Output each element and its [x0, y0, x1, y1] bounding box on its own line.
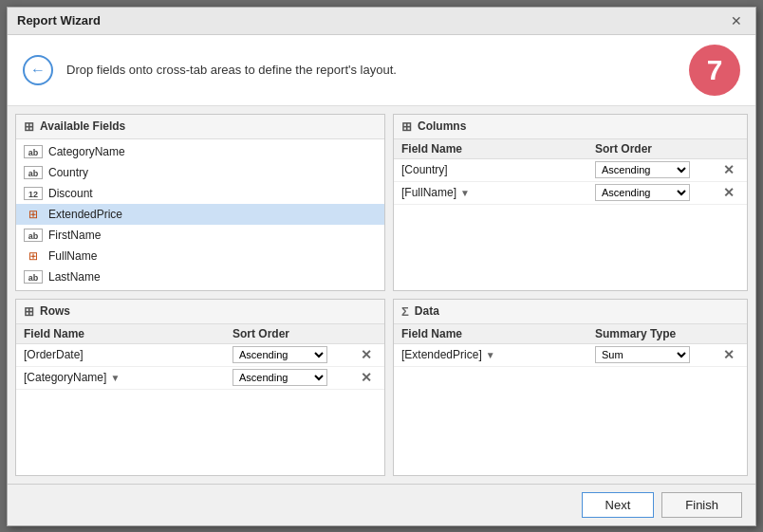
right-panel: ⊞ Columns Field Name Sort Order [Country…: [393, 114, 748, 476]
sort-order-select[interactable]: Ascending Descending: [233, 346, 327, 363]
available-fields-header: ⊞ Available Fields: [16, 115, 384, 139]
list-item[interactable]: ⊙ OrderDate: [16, 287, 384, 290]
close-button[interactable]: ✕: [727, 13, 746, 28]
row-field-name: [CategoryName] ▼: [24, 371, 233, 384]
available-fields-panel: ⊞ Available Fields ab CategoryName ab Co…: [15, 114, 385, 291]
list-item[interactable]: ⊞ FullName: [16, 246, 384, 266]
col-field-name: [FullName] ▼: [401, 186, 595, 199]
table-row: [Country] Ascending Descending ✕: [394, 159, 747, 182]
finish-button[interactable]: Finish: [661, 492, 742, 518]
dialog-title: Report Wizard: [17, 13, 101, 28]
report-wizard-dialog: Report Wizard ✕ ← Drop fields onto cross…: [7, 7, 756, 526]
field-name: ExtendedPrice: [48, 208, 122, 221]
data-panel-title: Data: [415, 304, 439, 318]
list-item[interactable]: ab CategoryName: [16, 141, 384, 162]
dropdown-caret-icon: ▼: [486, 350, 495, 360]
columns-col-sort-order: Sort Order: [595, 142, 718, 156]
data-summary-cell[interactable]: Sum Average Count Max Min: [595, 346, 718, 363]
rows-col-sort-order: Sort Order: [233, 327, 356, 340]
list-item[interactable]: ⊞ ExtendedPrice: [16, 204, 384, 225]
left-panel: ⊞ Available Fields ab CategoryName ab Co…: [15, 114, 385, 476]
columns-header: ⊞ Columns: [394, 115, 747, 139]
row-delete-cell[interactable]: ✕: [356, 371, 377, 385]
rows-title: Rows: [40, 304, 70, 318]
delete-col-button[interactable]: ✕: [723, 163, 735, 176]
sigma-icon: Σ: [401, 304, 409, 319]
table-row: [CategoryName] ▼ Ascending Descending ✕: [16, 367, 384, 390]
table-row: [OrderDate] Ascending Descending ✕: [16, 344, 384, 367]
content-area: ⊞ Available Fields ab CategoryName ab Co…: [8, 106, 755, 484]
available-fields-icon: ⊞: [24, 119, 34, 134]
list-item[interactable]: ab FirstName: [16, 225, 384, 246]
dropdown-caret-icon: ▼: [110, 373, 120, 383]
row-sort-cell[interactable]: Ascending Descending: [233, 346, 356, 363]
ab-icon: ab: [24, 229, 43, 242]
field-name: CategoryName: [48, 145, 125, 158]
delete-row-button[interactable]: ✕: [361, 348, 372, 361]
delete-data-button[interactable]: ✕: [723, 348, 735, 361]
col-delete-cell[interactable]: ✕: [718, 163, 739, 177]
table-row: [ExtendedPrice] ▼ Sum Average Count Max …: [394, 344, 747, 367]
data-col-summary-type: Summary Type: [595, 327, 718, 340]
rows-icon: ⊞: [24, 304, 34, 319]
list-item[interactable]: ab Country: [16, 162, 384, 183]
field-name: LastName: [48, 270, 101, 284]
step-badge: 7: [689, 45, 740, 96]
sort-order-select[interactable]: Ascending Descending: [595, 184, 690, 201]
sort-order-select[interactable]: Ascending Descending: [233, 369, 327, 386]
field-name: Discount: [48, 187, 93, 200]
back-button[interactable]: ←: [23, 55, 53, 85]
grid-icon: ⊞: [24, 249, 43, 263]
footer: Next Finish: [8, 484, 755, 525]
dropdown-caret-icon: ▼: [460, 188, 470, 198]
delete-col-button[interactable]: ✕: [723, 186, 735, 199]
columns-col-field-name: Field Name: [401, 142, 595, 156]
data-delete-cell[interactable]: ✕: [718, 348, 739, 362]
columns-title: Columns: [418, 119, 466, 133]
summary-type-select[interactable]: Sum Average Count Max Min: [595, 346, 690, 363]
available-fields-list: ab CategoryName ab Country 12 Discount ⊞…: [16, 139, 384, 290]
columns-icon: ⊞: [401, 119, 412, 134]
rows-col-header: Field Name Sort Order: [16, 324, 384, 344]
field-name: FullName: [48, 249, 97, 263]
ab-icon: ab: [24, 270, 43, 284]
rows-col-del: [356, 327, 377, 340]
data-field-name: [ExtendedPrice] ▼: [401, 348, 595, 361]
ab-icon: ab: [24, 145, 43, 158]
columns-panel: ⊞ Columns Field Name Sort Order [Country…: [393, 114, 748, 291]
row-sort-cell[interactable]: Ascending Descending: [233, 369, 356, 386]
header-instruction: Drop fields onto cross-tab areas to defi…: [66, 63, 676, 77]
col-sort-cell[interactable]: Ascending Descending: [595, 184, 718, 201]
col-field-name: [Country]: [401, 163, 595, 176]
col-sort-cell[interactable]: Ascending Descending: [595, 161, 718, 178]
col-delete-cell[interactable]: ✕: [718, 186, 739, 200]
rows-panel: ⊞ Rows Field Name Sort Order [OrderDate]…: [15, 299, 385, 476]
data-col-del: [718, 327, 739, 340]
data-panel-header: Σ Data: [394, 300, 747, 324]
header-bar: ← Drop fields onto cross-tab areas to de…: [8, 35, 755, 106]
field-name: Country: [48, 166, 88, 179]
rows-header: ⊞ Rows: [16, 300, 384, 324]
next-button[interactable]: Next: [582, 492, 655, 518]
num-icon: 12: [24, 187, 43, 200]
data-panel: Σ Data Field Name Summary Type [Extended…: [393, 299, 748, 476]
available-fields-title: Available Fields: [40, 119, 125, 133]
data-col-field-name: Field Name: [401, 327, 595, 340]
table-row: [FullName] ▼ Ascending Descending ✕: [394, 182, 747, 205]
ab-icon: ab: [24, 166, 43, 179]
row-field-name: [OrderDate]: [24, 348, 233, 361]
data-col-header: Field Name Summary Type: [394, 324, 747, 344]
title-bar: Report Wizard ✕: [8, 8, 755, 35]
row-delete-cell[interactable]: ✕: [356, 348, 377, 362]
rows-col-field-name: Field Name: [24, 327, 233, 340]
grid-icon: ⊞: [24, 208, 43, 221]
field-name: FirstName: [48, 229, 101, 242]
sort-order-select[interactable]: Ascending Descending: [595, 161, 690, 178]
list-item[interactable]: 12 Discount: [16, 183, 384, 204]
columns-col-header: Field Name Sort Order: [394, 139, 747, 159]
delete-row-button[interactable]: ✕: [361, 371, 372, 384]
columns-col-del: [718, 142, 739, 156]
list-item[interactable]: ab LastName: [16, 266, 384, 287]
